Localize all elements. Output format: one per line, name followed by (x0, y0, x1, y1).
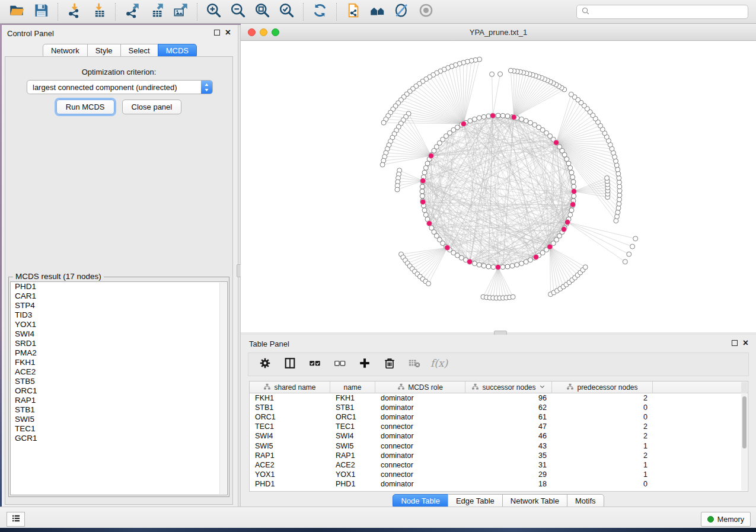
zoom-out-button[interactable] (230, 4, 246, 20)
table-row[interactable]: YOX1YOX1connector291 (250, 470, 748, 479)
table-cell[interactable]: dominator (375, 432, 465, 440)
table-cell[interactable]: 1 (552, 470, 653, 479)
scrollbar-thumb[interactable] (742, 396, 747, 448)
table-cell[interactable]: 31 (465, 461, 552, 469)
mcds-result-item[interactable]: FKH1 (11, 358, 227, 367)
mcds-result-item[interactable]: GCR1 (11, 434, 227, 443)
import-table-button[interactable] (91, 4, 107, 20)
table-cell[interactable]: connector (375, 442, 465, 450)
open-session-button[interactable] (9, 4, 25, 20)
table-cell[interactable]: 0 (552, 413, 653, 421)
table-cell[interactable]: RAP1 (330, 451, 375, 460)
close-panel-button[interactable]: Close panel (122, 100, 182, 114)
close-window-icon[interactable] (248, 28, 256, 36)
column-header-name[interactable]: name (330, 382, 375, 393)
table-mode-button[interactable] (259, 358, 272, 371)
table-cell[interactable]: ACE2 (330, 461, 375, 469)
table-cell[interactable]: FKH1 (330, 394, 375, 402)
column-header-shared-name[interactable]: shared name (250, 382, 330, 393)
mcds-result-item[interactable]: TID3 (11, 310, 227, 320)
create-column-button[interactable] (358, 358, 371, 371)
table-cell[interactable]: dominator (375, 451, 465, 460)
export-image-button[interactable] (173, 4, 189, 20)
delete-column-button[interactable] (383, 358, 396, 371)
select-all-rows-button[interactable] (308, 358, 321, 371)
zoom-selected-button[interactable] (279, 4, 295, 20)
memory-button[interactable]: Memory (701, 512, 751, 527)
zoom-in-button[interactable] (206, 4, 222, 20)
mcds-result-item[interactable]: SRD1 (11, 339, 227, 348)
mcds-result-item[interactable]: TEC1 (11, 424, 227, 434)
table-row[interactable]: SWI4SWI4dominator462 (250, 431, 748, 441)
table-cell[interactable]: dominator (375, 403, 465, 412)
mcds-dominator-node[interactable] (445, 245, 450, 251)
table-cell[interactable]: 2 (552, 394, 653, 402)
table-cell[interactable]: ORC1 (330, 413, 375, 421)
table-cell[interactable]: 0 (552, 403, 653, 412)
task-history-button[interactable] (7, 512, 25, 527)
table-row[interactable]: FKH1FKH1dominator962 (250, 393, 748, 403)
zoom-fit-button[interactable] (254, 4, 270, 20)
first-neighbors-button[interactable] (369, 4, 385, 20)
table-cell[interactable]: FKH1 (250, 394, 330, 402)
table-cell[interactable]: TEC1 (250, 422, 330, 431)
mcds-dominator-node[interactable] (564, 220, 570, 225)
mcds-dominator-node[interactable] (490, 113, 496, 118)
table-cell[interactable]: YOX1 (250, 470, 330, 479)
table-cell[interactable]: 43 (465, 442, 552, 450)
mcds-dominator-node[interactable] (511, 114, 516, 120)
mcds-dominator-node[interactable] (547, 244, 553, 249)
search-input[interactable] (593, 7, 744, 17)
export-network-button[interactable] (124, 4, 140, 20)
mcds-result-item[interactable]: ORC1 (11, 386, 227, 396)
minimize-window-icon[interactable] (260, 28, 267, 36)
table-cell[interactable]: SWI4 (250, 432, 330, 440)
mcds-result-item[interactable]: RAP1 (11, 396, 227, 405)
table-cell[interactable]: 96 (465, 394, 552, 402)
table-row[interactable]: ACE2ACE2connector311 (250, 460, 748, 470)
table-cell[interactable]: ACE2 (250, 461, 330, 469)
table-cell[interactable]: SWI5 (330, 442, 375, 450)
table-cell[interactable]: dominator (375, 394, 465, 402)
mcds-dominator-node[interactable] (467, 259, 473, 264)
sort-desc-icon[interactable] (539, 383, 546, 392)
table-cell[interactable]: 62 (465, 403, 552, 412)
mcds-dominator-node[interactable] (570, 202, 576, 207)
table-cell[interactable]: connector (375, 470, 465, 479)
mcds-dominator-node[interactable] (420, 178, 426, 184)
table-cell[interactable]: 29 (465, 470, 552, 479)
table-cell[interactable]: RAP1 (250, 451, 330, 460)
table-cell[interactable]: 18 (465, 480, 552, 488)
table-cell[interactable]: 2 (552, 432, 653, 440)
new-network-from-selection-button[interactable] (345, 4, 361, 20)
deselect-all-rows-button[interactable] (333, 358, 346, 371)
mcds-dominator-node[interactable] (571, 188, 576, 194)
table-cell[interactable]: SWI4 (330, 432, 375, 440)
table-row[interactable]: RAP1RAP1dominator352 (250, 451, 748, 460)
import-network-button[interactable] (66, 4, 82, 20)
mcds-result-item[interactable]: SWI4 (11, 329, 227, 339)
table-cell[interactable]: connector (375, 422, 465, 431)
run-mcds-button[interactable]: Run MCDS (56, 100, 114, 114)
mcds-dominator-node[interactable] (461, 121, 466, 126)
mcds-result-item[interactable]: ACE2 (11, 367, 227, 377)
table-cell[interactable]: STB1 (330, 403, 375, 412)
table-cell[interactable]: 35 (465, 451, 552, 460)
table-cell[interactable]: ORC1 (250, 413, 330, 421)
network-canvas[interactable] (241, 41, 756, 332)
apply-preferred-layout-button[interactable] (312, 4, 328, 20)
export-table-button[interactable] (148, 4, 164, 20)
list-scrollbar[interactable] (219, 283, 227, 494)
mcds-dominator-node[interactable] (533, 254, 538, 259)
table-scrollbar[interactable] (741, 393, 747, 491)
float-panel-icon[interactable] (732, 340, 738, 346)
mcds-result-item[interactable]: STB5 (11, 377, 227, 386)
table-cell[interactable]: dominator (375, 413, 465, 421)
mcds-result-item[interactable]: PHD1 (11, 282, 227, 291)
table-cell[interactable]: 47 (465, 422, 552, 431)
mcds-dominator-node[interactable] (495, 264, 500, 270)
table-row[interactable]: PHD1PHD1dominator180 (250, 479, 748, 489)
float-panel-icon[interactable] (214, 30, 220, 36)
mcds-dominator-node[interactable] (554, 140, 559, 145)
network-graph[interactable] (241, 41, 756, 332)
